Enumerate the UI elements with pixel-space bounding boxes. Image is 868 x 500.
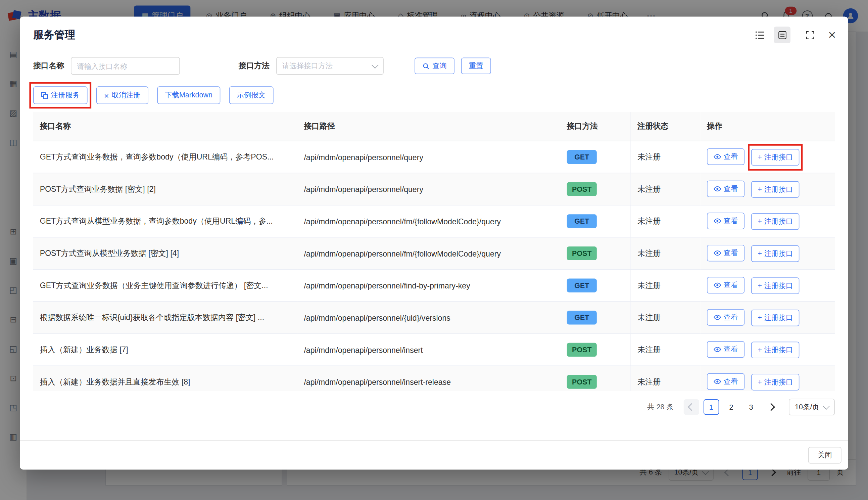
method-badge: GET <box>567 279 597 293</box>
method-badge: GET <box>567 150 597 164</box>
eye-icon <box>714 347 721 352</box>
method-badge: GET <box>567 214 597 228</box>
method-badge: POST <box>567 182 597 196</box>
page-1-button[interactable]: 1 <box>704 399 719 415</box>
table-header-row: 接口名称 接口路径 接口方法 注册状态 操作 <box>33 112 835 141</box>
api-method-select[interactable]: 请选择接口方法 <box>276 57 384 75</box>
modal-header-icons: × <box>746 26 840 43</box>
eye-icon <box>714 186 721 192</box>
register-status: 未注册 <box>630 205 700 237</box>
method-badge: POST <box>567 343 597 356</box>
method-badge: GET <box>567 310 597 325</box>
table-row[interactable]: 插入（新建）业务数据 [7] /api/mdm/openapi/personne… <box>33 334 835 366</box>
prev-page-button[interactable] <box>684 399 699 415</box>
screen: 主数据 ▦ 管理门户 ◎ 业务门户 ⊕ 组织中心 ▣ 应用中心 ◇ 标准管理 <box>0 0 868 500</box>
header-register-status: 注册状态 <box>630 112 700 141</box>
table-row[interactable]: GET方式查询业务数据（业务主键使用查询参数进行传递） [密文... /api/… <box>33 269 835 302</box>
register-api-button[interactable]: +注册接口 <box>751 181 799 197</box>
api-name-input[interactable] <box>71 57 180 75</box>
plus-icon: + <box>758 378 762 386</box>
page-2-button[interactable]: 2 <box>724 399 739 415</box>
fullscreen-icon[interactable] <box>801 26 818 43</box>
plus-icon: + <box>758 346 762 354</box>
method-badge: POST <box>567 247 597 260</box>
api-table-container: 接口名称 接口路径 接口方法 注册状态 操作 GET方式查询业务数据，查询参数b… <box>33 112 835 391</box>
next-page-button[interactable] <box>763 399 779 415</box>
modal-title: 服务管理 <box>33 27 75 42</box>
view-button[interactable]: 查看 <box>707 181 744 197</box>
table-row[interactable]: GET方式查询业务数据，查询参数body（使用URL编码，参考POS... /a… <box>33 141 835 173</box>
api-path: /api/mdm/openapi/personnel/fm/{followMod… <box>297 237 560 270</box>
magnifier-icon <box>422 62 429 69</box>
chevron-down-icon <box>823 402 830 409</box>
view-button[interactable]: 查看 <box>707 245 744 261</box>
api-name: 插入（新建）业务数据 [7] <box>33 334 297 366</box>
cancel-register-button[interactable]: × 取消注册 <box>96 86 148 104</box>
eye-icon <box>714 315 721 320</box>
header-api-name: 接口名称 <box>33 112 297 141</box>
table-row[interactable]: GET方式查询从模型业务数据，查询参数body（使用URL编码，参... /ap… <box>33 205 835 237</box>
api-name-label: 接口名称 <box>33 61 64 71</box>
register-api-button[interactable]: +注册接口 <box>751 309 799 326</box>
register-api-button[interactable]: +注册接口 <box>751 341 799 358</box>
table-row[interactable]: POST方式查询业务数据 [密文] [2] /api/mdm/openapi/p… <box>33 173 835 205</box>
total-count: 共 28 条 <box>647 402 674 412</box>
api-name: GET方式查询从模型业务数据，查询参数body（使用URL编码，参... <box>33 205 297 237</box>
modal-header: 服务管理 × <box>20 16 848 43</box>
filter-buttons: 查询 重置 <box>415 58 491 74</box>
plus-icon: + <box>758 153 762 161</box>
api-path: /api/mdm/openapi/personnel/query <box>297 173 560 205</box>
api-path: /api/mdm/openapi/personnel/{uid}/version… <box>297 302 560 334</box>
eye-icon <box>714 154 721 159</box>
view-button[interactable]: 查看 <box>707 309 744 326</box>
close-modal-button[interactable]: 关闭 <box>808 447 842 463</box>
register-api-button[interactable]: +注册接口 <box>751 245 799 262</box>
register-api-button[interactable]: +注册接口 <box>751 213 799 230</box>
close-icon[interactable]: × <box>824 26 840 43</box>
page-3-button[interactable]: 3 <box>743 399 759 415</box>
register-api-button[interactable]: +注册接口 <box>751 374 799 390</box>
method-badge: POST <box>567 375 597 389</box>
card-view-icon[interactable] <box>774 26 790 43</box>
api-path: /api/mdm/openapi/personnel/fm/{followMod… <box>297 205 560 237</box>
header-api-path: 接口路径 <box>297 112 560 141</box>
api-path: /api/mdm/openapi/personnel/find-by-prima… <box>297 269 560 302</box>
download-markdown-button[interactable]: 下载Markdown <box>157 86 220 104</box>
register-api-button[interactable]: +注册接口 <box>751 149 799 165</box>
plus-icon: + <box>758 281 762 290</box>
action-row: 注册服务 × 取消注册 下载Markdown 示例报文 <box>20 86 848 104</box>
view-button[interactable]: 查看 <box>707 341 744 357</box>
table-row[interactable]: 根据数据系统唯一标识{uid}获取各个或指定版本数据内容 [密文] ... /a… <box>33 302 835 334</box>
view-button[interactable]: 查看 <box>707 213 744 229</box>
register-service-button[interactable]: 注册服务 <box>33 86 88 104</box>
modal-footer: 关闭 <box>20 440 848 469</box>
eye-icon <box>714 218 721 224</box>
list-view-icon[interactable] <box>752 26 768 43</box>
eye-icon <box>714 283 721 288</box>
api-method-label: 接口方法 <box>239 61 269 71</box>
api-name: GET方式查询业务数据（业务主键使用查询参数进行传递） [密文... <box>33 269 297 302</box>
header-api-method: 接口方法 <box>560 112 630 141</box>
view-button[interactable]: 查看 <box>707 373 744 390</box>
search-button[interactable]: 查询 <box>415 58 454 74</box>
modal-pagination: 共 28 条 1 2 3 10条/页 <box>20 391 848 416</box>
register-api-button[interactable]: +注册接口 <box>751 277 799 294</box>
register-status: 未注册 <box>630 141 700 173</box>
register-status: 未注册 <box>630 334 700 366</box>
table-row[interactable]: 插入（新建）业务数据并且直接发布生效 [8] /api/mdm/openapi/… <box>33 366 835 391</box>
api-path: /api/mdm/openapi/personnel/insert-releas… <box>297 366 560 391</box>
table-row[interactable]: POST方式查询从模型业务数据 [密文] [4] /api/mdm/openap… <box>33 237 835 270</box>
plus-icon: + <box>758 217 762 226</box>
eye-icon <box>714 379 721 384</box>
view-button[interactable]: 查看 <box>707 277 744 294</box>
plus-icon: + <box>758 314 762 322</box>
chevron-down-icon <box>372 61 379 68</box>
reset-button[interactable]: 重置 <box>461 58 491 74</box>
page-size-select[interactable]: 10条/页 <box>789 399 835 415</box>
filter-row: 接口名称 接口方法 请选择接口方法 查询 重置 <box>20 58 848 74</box>
example-message-button[interactable]: 示例报文 <box>229 86 273 104</box>
api-name: 插入（新建）业务数据并且直接发布生效 [8] <box>33 366 297 391</box>
api-name: GET方式查询业务数据，查询参数body（使用URL编码，参考POS... <box>33 141 297 173</box>
view-button[interactable]: 查看 <box>707 148 744 165</box>
register-icon <box>41 92 48 99</box>
